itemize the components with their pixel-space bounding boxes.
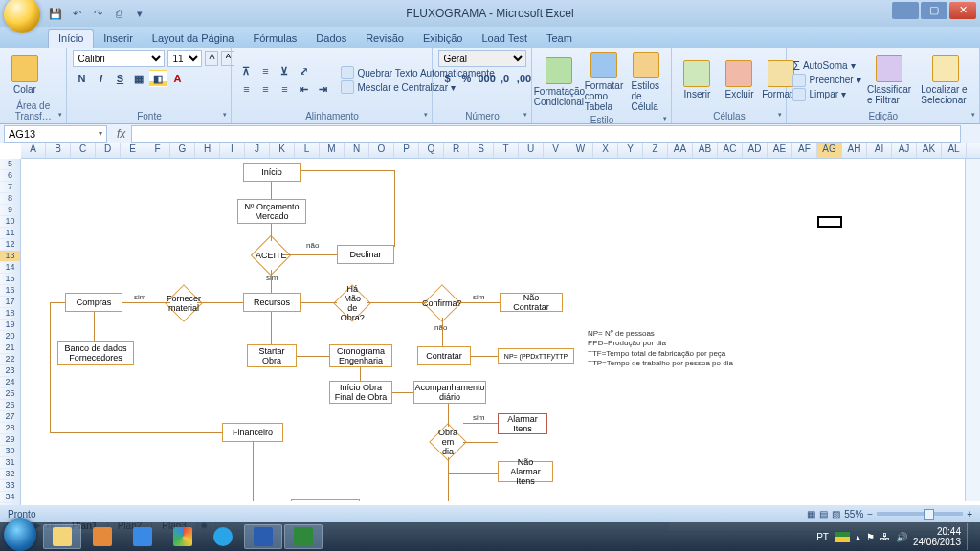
ribbon-tab-load-test[interactable]: Load Test [472, 30, 537, 48]
flow-compras[interactable]: Compras [65, 293, 122, 312]
align-top-icon[interactable]: ⊼ [237, 62, 255, 79]
flow-acompanha[interactable]: Acompanhamento diário [413, 381, 486, 404]
taskbar-media[interactable] [83, 524, 122, 549]
tray-volume-icon[interactable]: 🔊 [896, 532, 907, 542]
cell-styles-button[interactable]: Estilos de Célula [627, 50, 665, 114]
zoom-out-button[interactable]: − [867, 509, 873, 519]
fill-button[interactable]: Preencher ▾ [792, 74, 860, 87]
view-break-icon[interactable]: ▧ [832, 509, 840, 519]
indent-inc-icon[interactable]: ⇥ [314, 80, 331, 98]
taskbar-skype[interactable] [204, 524, 242, 549]
number-format-select[interactable]: Geral [438, 50, 526, 67]
fill-color-button[interactable]: ◧ [149, 70, 167, 87]
flow-inicioobra[interactable]: Início Obra Final de Obra [329, 381, 392, 404]
flow-relatorio[interactable]: Relatório Final [291, 499, 360, 501]
tray-up-icon[interactable]: ▴ [856, 532, 860, 542]
italic-button[interactable]: I [92, 70, 109, 87]
flow-financeiro[interactable]: Financeiro [222, 423, 283, 442]
tray-clock[interactable]: 20:44 24/06/2013 [913, 526, 961, 547]
view-normal-icon[interactable]: ▦ [807, 509, 815, 519]
percent-icon[interactable]: % [457, 70, 475, 87]
border-button[interactable]: ▦ [130, 70, 147, 87]
font-size-select[interactable]: 11 [167, 50, 202, 67]
clear-button[interactable]: Limpar ▾ [792, 88, 860, 101]
flow-confirma[interactable]: Confirma? [423, 284, 461, 322]
ribbon-tab-revisão[interactable]: Revisão [356, 30, 413, 48]
tray-action-icon[interactable]: ⚑ [866, 532, 875, 542]
flow-cronograma[interactable]: Cronograma Engenharia [329, 344, 392, 367]
bold-button[interactable]: N [73, 70, 90, 87]
ribbon-tab-layout-da-página[interactable]: Layout da Página [143, 30, 244, 48]
qat-redo-icon[interactable]: ↷ [90, 6, 105, 21]
qat-undo-icon[interactable]: ↶ [69, 6, 84, 21]
qat-more-icon[interactable]: ▾ [132, 6, 147, 21]
ribbon-tab-início[interactable]: Início [48, 29, 94, 48]
tray-lang[interactable]: PT [816, 532, 829, 542]
orientation-icon[interactable]: ⤢ [295, 62, 312, 79]
sort-filter-button[interactable]: Classificar e Filtrar [865, 54, 914, 107]
inc-decimal-icon[interactable]: ,0 [496, 70, 513, 87]
align-left-icon[interactable]: ≡ [237, 80, 255, 98]
column-headers[interactable]: ABCDEFGHIJKLMNOPQRSTUVWXYZAAABACADAEAFAG… [21, 143, 980, 159]
taskbar-word[interactable] [244, 524, 282, 549]
minimize-button[interactable]: — [892, 2, 919, 19]
taskbar-excel[interactable] [284, 524, 323, 549]
flow-recursos[interactable]: Recursos [243, 293, 301, 312]
taskbar-ie[interactable] [123, 524, 162, 549]
row-headers[interactable]: 5678910111213141516171819202122232425262… [0, 159, 21, 517]
show-desktop-button[interactable] [967, 523, 974, 550]
sheet-canvas[interactable]: Início Nº Orçamento Mercado ACEITE Decli… [21, 159, 965, 501]
start-button[interactable] [4, 518, 36, 551]
qat-save-icon[interactable]: 💾 [48, 6, 63, 21]
flow-orcamento[interactable]: Nº Orçamento Mercado [237, 199, 306, 224]
tray-network-icon[interactable]: 🖧 [880, 532, 890, 542]
qat-print-icon[interactable]: ⎙ [111, 6, 126, 21]
ribbon-tab-dados[interactable]: Dados [306, 30, 356, 48]
tray-flag-icon[interactable] [835, 532, 850, 542]
flow-alarmar[interactable]: Alarmar Itens [498, 413, 547, 434]
currency-icon[interactable]: $ [438, 70, 456, 87]
flow-banco[interactable]: Banco de dados Fornecedores [57, 341, 134, 365]
view-layout-icon[interactable]: ▤ [819, 509, 828, 519]
close-button[interactable]: ✕ [949, 2, 976, 19]
paste-button[interactable]: Colar [6, 54, 44, 97]
align-right-icon[interactable]: ≡ [276, 80, 293, 98]
taskbar-chrome[interactable] [164, 524, 202, 549]
format-table-button[interactable]: Formatar como Tabela [584, 50, 623, 114]
autosum-button[interactable]: Σ AutoSoma ▾ [792, 59, 860, 73]
thousands-icon[interactable]: 000 [477, 70, 494, 87]
ribbon-tab-exibição[interactable]: Exibição [413, 30, 473, 48]
flow-fornecer[interactable]: Fornecer material [165, 284, 203, 322]
font-color-button[interactable]: A [168, 70, 186, 87]
maximize-button[interactable]: ▢ [921, 2, 947, 19]
formula-bar[interactable] [131, 125, 961, 143]
align-middle-icon[interactable]: ≡ [256, 62, 274, 79]
find-select-button[interactable]: Localizar e Selecionar [917, 54, 973, 107]
flow-contratar[interactable]: Contratar [417, 346, 471, 365]
ribbon-tab-team[interactable]: Team [537, 30, 582, 48]
indent-dec-icon[interactable]: ⇤ [295, 80, 312, 98]
zoom-slider[interactable] [877, 512, 963, 516]
grow-font-icon[interactable]: A [205, 51, 218, 66]
delete-cells-button[interactable]: Excluir [720, 58, 758, 101]
vertical-scrollbar[interactable] [965, 159, 980, 501]
flow-naocontratar[interactable]: Não Contratar [500, 293, 563, 312]
dec-decimal-icon[interactable]: ,00 [515, 70, 532, 87]
flow-maoobra[interactable]: Há Mão de Obra? [333, 284, 371, 322]
align-center-icon[interactable]: ≡ [256, 80, 274, 98]
flow-inicio[interactable]: Início [243, 163, 301, 182]
zoom-level[interactable]: 55% [844, 509, 863, 519]
flow-formula[interactable]: NP= (PPDxTTF)/TTP [498, 348, 574, 364]
underline-button[interactable]: S [111, 70, 128, 87]
fx-icon[interactable]: fx [117, 127, 125, 141]
flow-obradia[interactable]: Obra em dia [429, 423, 467, 461]
flow-startobra[interactable]: Startar Obra [247, 344, 297, 367]
insert-cells-button[interactable]: Inserir [678, 58, 716, 101]
ribbon-tab-fórmulas[interactable]: Fórmulas [244, 30, 307, 48]
flow-naoalarmar[interactable]: Não Alarmar Itens [498, 461, 553, 482]
flow-declinar[interactable]: Declinar [337, 245, 394, 264]
taskbar-explorer[interactable] [43, 524, 81, 549]
font-name-select[interactable]: Calibri [73, 50, 165, 67]
ribbon-tab-inserir[interactable]: Inserir [94, 30, 143, 48]
conditional-format-button[interactable]: Formatação Condicional [538, 55, 580, 109]
